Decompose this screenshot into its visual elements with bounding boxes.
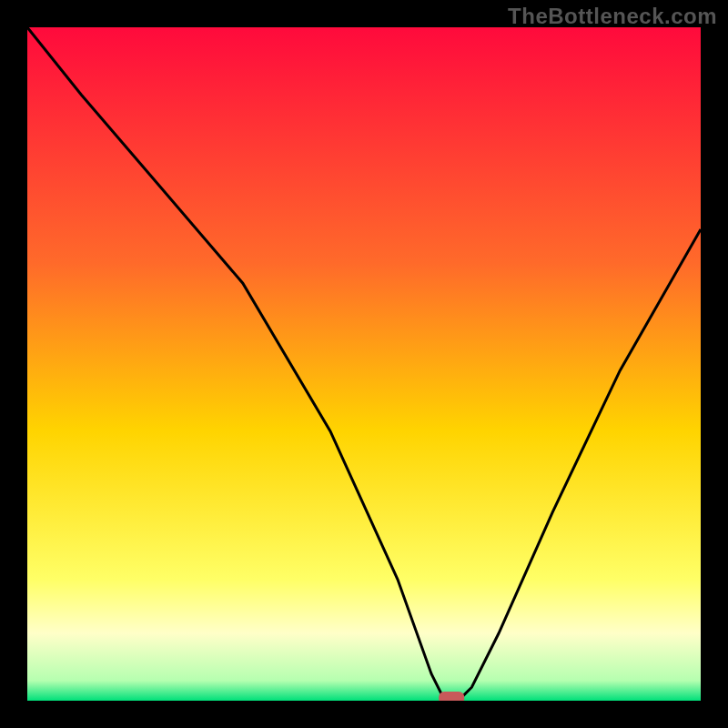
chart-svg bbox=[27, 27, 701, 701]
watermark-text: TheBottleneck.com bbox=[508, 4, 717, 29]
chart-frame: TheBottleneck.com bbox=[0, 0, 728, 728]
optimum-marker bbox=[439, 692, 464, 701]
plot-area bbox=[27, 27, 701, 701]
gradient-background bbox=[27, 27, 701, 701]
